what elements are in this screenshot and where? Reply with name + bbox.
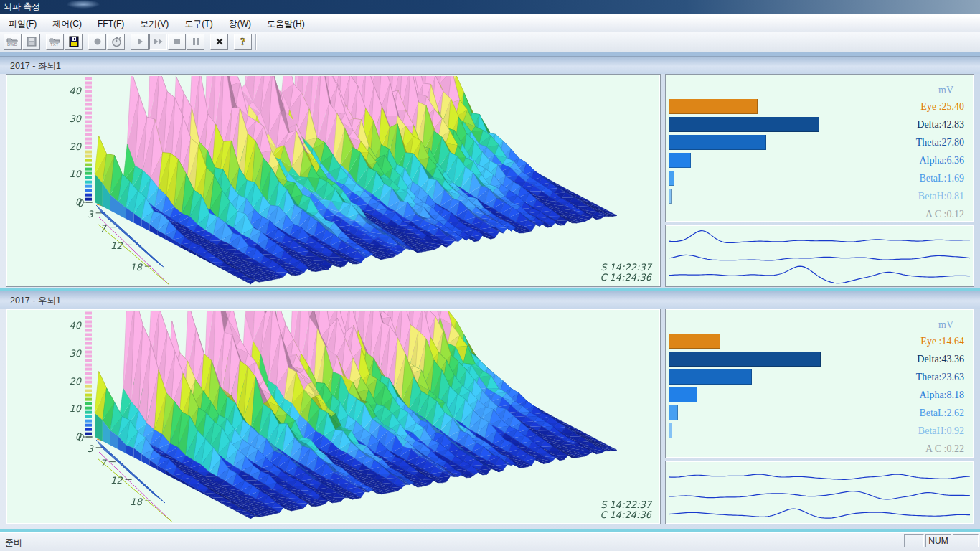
open-txt-button[interactable]: TXT [46,34,64,50]
floppy-disabled-icon [26,36,37,47]
bar-label-betal: BetaL:1.69 [916,169,964,187]
bar-eye [669,99,758,114]
left-brain-window-titlebar[interactable]: 2017 - 좌뇌1 [0,56,980,74]
svg-text:BWD: BWD [7,42,18,47]
bar-betah [669,423,672,438]
window-title: 뇌파 측정 [4,1,40,11]
bar-betal [669,171,674,186]
band-bar-chart-panel-right: mV Eye :14.64Delta:43.36Theta:23.63Alpha… [665,309,974,458]
band-bar-chart-panel-left: mV Eye :25.40Delta:42.83Theta:27.80Alpha… [665,74,974,222]
bar-betal [669,405,678,420]
surface-chart-panel-right: S 14:22:37 C 14:24:36 [6,309,661,524]
bar-delta [669,117,819,132]
surface-3d-canvas-left [8,76,659,285]
save-txt-button[interactable] [65,34,83,50]
timestamp-current: C 14:24:36 [600,510,651,520]
menu-help[interactable]: 도움말(H) [260,16,312,32]
bar-label-theta: Theta:23.63 [916,368,964,386]
menu-tools[interactable]: 도구(T) [177,16,220,32]
open-bwd-button[interactable]: BWD [4,34,22,50]
bar-a-c [669,441,669,456]
trace-chart-panel-left [665,225,974,287]
menu-control[interactable]: 제어(C) [45,16,89,32]
status-text: 준비 [5,537,22,549]
menu-fft[interactable]: FFT(F) [90,17,131,31]
titlebar-glow [66,0,100,9]
menu-window[interactable]: 창(W) [222,16,258,32]
timestamps-right: S 14:22:37 C 14:24:36 [600,500,651,520]
app-window: 뇌파 측정 파일(F) 제어(C) FFT(F) 보기(V) 도구(T) 창(W… [0,0,980,551]
close-x-icon [214,36,225,47]
trace-canvas-right [667,463,972,522]
bar-label-betah: BetaH:0.92 [916,422,964,440]
svg-text:TXT: TXT [50,42,59,47]
bar-betah [669,189,672,204]
stop-button[interactable] [168,34,186,50]
statusbar: 준비 NUM [0,532,980,551]
bar-delta [669,352,821,367]
timestamps-left: S 14:22:37 C 14:24:36 [600,263,651,283]
timestamp-current: C 14:24:36 [600,273,651,283]
bar-label-eye: Eye :14.64 [916,332,964,350]
bar-a-c [669,207,669,222]
play-button[interactable] [131,34,149,50]
status-cell-cap [904,534,924,547]
bar-label-a-c: A C :0.22 [916,440,964,458]
surface-chart-panel-left: S 14:22:37 C 14:24:36 [6,74,661,287]
trace-canvas-left [667,227,972,285]
record-icon [92,36,103,47]
folder-txt-icon: TXT [49,36,61,47]
right-brain-window-title: 2017 - 우뇌1 [10,296,61,306]
bar-label-theta: Theta:27.80 [916,133,964,151]
stopwatch-icon [110,36,122,47]
fast-forward-button[interactable] [149,34,167,50]
bar-label-alpha: Alpha:6.36 [916,151,964,169]
bar-label-delta: Delta:42.83 [916,116,964,133]
timer-button[interactable] [107,34,125,50]
bar-label-eye: Eye :25.40 [916,98,964,116]
bar-label-betal: BetaL:2.62 [916,404,964,422]
bar-eye [669,334,720,349]
menu-view[interactable]: 보기(V) [133,16,176,32]
labels-column: Eye :25.40Delta:42.83Theta:27.80Alpha:6.… [916,98,964,223]
timestamp-start: S 14:22:37 [600,263,651,273]
menubar: 파일(F) 제어(C) FFT(F) 보기(V) 도구(T) 창(W) 도움말(… [0,14,980,32]
window-titlebar[interactable]: 뇌파 측정 [0,0,980,14]
mdi-workspace: 2017 - 좌뇌1 S 14:22:37 C 14:24:36 mV Eye … [0,52,980,532]
floppy-icon [68,36,80,47]
pause-button[interactable] [187,34,204,50]
stop-icon [171,36,183,47]
unit-label: mV [938,85,953,96]
bar-theta [669,369,752,385]
surface-3d-canvas-right [8,311,659,522]
fast-forward-icon [153,36,164,47]
bar-theta [669,135,766,150]
bar-alpha [669,387,697,402]
folder-bwd-icon: BWD [6,36,19,47]
toolbar: BWD TXT [0,32,980,52]
left-brain-window-title: 2017 - 좌뇌1 [10,61,61,71]
bar-label-delta: Delta:43.36 [916,350,964,368]
close-button[interactable] [210,34,228,50]
svg-text:?: ? [240,37,245,47]
help-question-icon: ? [237,36,249,47]
bars-column [669,334,884,459]
bar-alpha [669,153,691,168]
save-bwd-button[interactable] [22,34,40,50]
mdi-window-right-brain: 2017 - 우뇌1 S 14:22:37 C 14:24:36 mV Eye … [0,291,980,532]
bar-label-betah: BetaH:0.81 [916,187,964,205]
menu-file[interactable]: 파일(F) [1,16,44,32]
mdi-window-left-brain: 2017 - 좌뇌1 S 14:22:37 C 14:24:36 mV Eye … [0,56,980,291]
record-button[interactable] [88,34,106,50]
help-button[interactable]: ? [234,34,252,50]
status-cell-scrl [953,534,979,547]
unit-label: mV [938,319,953,331]
labels-column: Eye :14.64Delta:43.36Theta:23.63Alpha:8.… [916,332,964,458]
bar-label-alpha: Alpha:8.18 [916,386,964,404]
trace-chart-panel-right [665,461,974,524]
timestamp-start: S 14:22:37 [600,500,651,510]
left-brain-window-body: S 14:22:37 C 14:24:36 mV Eye :25.40Delta… [0,74,980,288]
bar-label-a-c: A C :0.12 [916,205,964,223]
right-brain-window-titlebar[interactable]: 2017 - 우뇌1 [0,291,980,309]
right-brain-window-body: S 14:22:37 C 14:24:36 mV Eye :14.64Delta… [0,309,980,529]
